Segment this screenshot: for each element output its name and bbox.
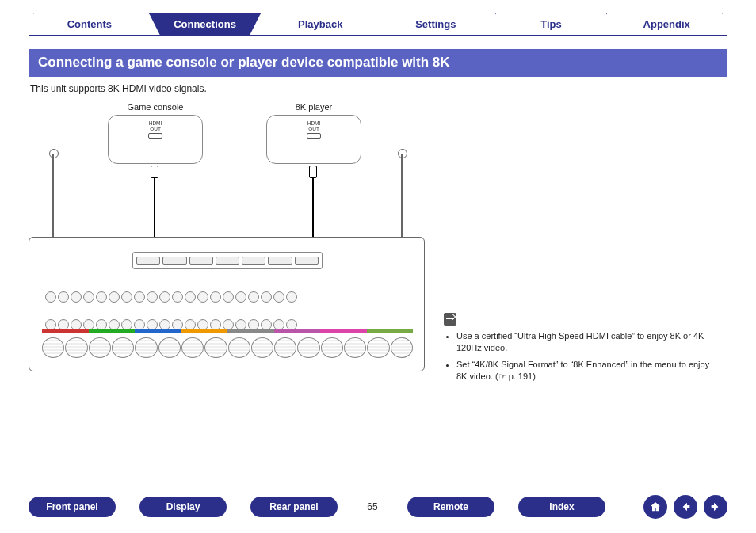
connection-diagram: Game console 8K player HDMI OUT HDMI OUT xyxy=(29,102,425,387)
nav-rear-panel[interactable]: Rear panel xyxy=(250,497,338,517)
section-heading: Connecting a game console or player devi… xyxy=(29,49,727,76)
tab-connections[interactable]: Connections xyxy=(149,13,262,35)
receiver-rear-panel xyxy=(29,237,425,371)
hdmi-port-icon xyxy=(307,133,321,139)
home-icon[interactable] xyxy=(643,495,667,519)
device1-box: HDMI OUT xyxy=(108,115,203,164)
hdmi-port-icon xyxy=(148,133,162,139)
device2-label: 8K player xyxy=(266,102,361,112)
tab-contents[interactable]: Contents xyxy=(33,13,146,35)
heading-underline xyxy=(29,75,727,77)
rca-row xyxy=(45,285,410,309)
tab-appendix[interactable]: Appendix xyxy=(610,13,723,35)
hdmi-plug-icon xyxy=(309,166,317,178)
tab-tips[interactable]: Tips xyxy=(495,13,608,35)
device1-label: Game console xyxy=(108,102,203,112)
hdmi-out-label: HDMI xyxy=(307,120,321,126)
speaker-terminal-row xyxy=(42,334,413,361)
page-number: 65 xyxy=(361,501,384,512)
hdmi-input-bank xyxy=(132,252,323,269)
speaker-color-strip xyxy=(42,329,413,333)
antenna-icon xyxy=(52,154,54,241)
nav-front-panel[interactable]: Front panel xyxy=(29,497,116,517)
nav-remote[interactable]: Remote xyxy=(407,497,494,517)
page-nav-icons xyxy=(643,495,727,519)
hdmi-plug-icon xyxy=(151,166,158,178)
hdmi-out-label: OUT xyxy=(308,126,319,131)
hdmi-out-label: OUT xyxy=(150,126,161,131)
next-page-icon[interactable] xyxy=(704,495,727,519)
note-item: Set “4K/8K Signal Format” to “8K Enhance… xyxy=(456,359,713,383)
bottom-nav: Front panel Display Rear panel 65 Remote… xyxy=(29,495,727,519)
notes-block: Use a certified “Ultra High Speed HDMI c… xyxy=(444,313,713,386)
tab-playback[interactable]: Playback xyxy=(264,13,376,35)
section-subtitle: This unit supports 8K HDMI video signals… xyxy=(30,83,726,94)
note-item: Use a certified “Ultra High Speed HDMI c… xyxy=(456,330,713,354)
top-tab-row: Contents Connections Playback Settings T… xyxy=(29,10,727,36)
antenna-icon xyxy=(401,154,403,241)
nav-index[interactable]: Index xyxy=(518,497,605,517)
prev-page-icon[interactable] xyxy=(674,495,697,519)
note-icon xyxy=(444,313,456,326)
hdmi-out-label: HDMI xyxy=(149,120,162,126)
tab-settings[interactable]: Settings xyxy=(380,13,492,35)
manual-page: Contents Connections Playback Settings T… xyxy=(0,0,756,533)
nav-display[interactable]: Display xyxy=(139,497,227,517)
device2-box: HDMI OUT xyxy=(266,115,361,164)
